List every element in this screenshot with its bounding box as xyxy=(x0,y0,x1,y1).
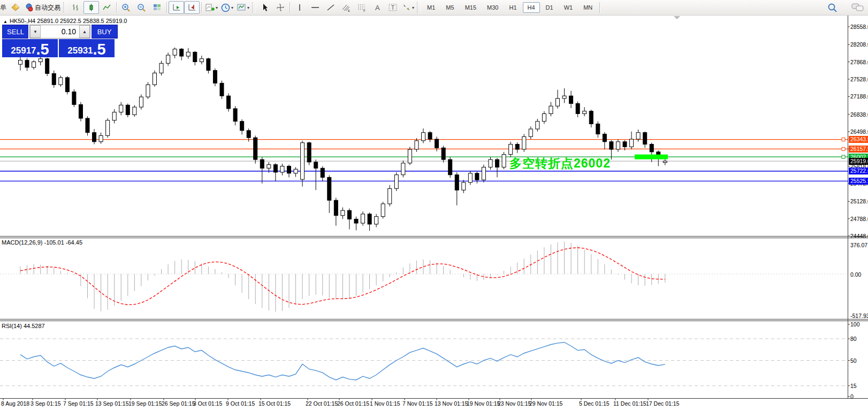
macd-axis-label: 376.07 xyxy=(850,242,867,248)
symbol-ohlc-text: HK50-,H4 25891.0 25922.5 25838.5 25919.0 xyxy=(10,18,127,24)
buy-price-quote[interactable]: 25931 .5 xyxy=(59,39,115,57)
date-label: 15 Oct 01:15 xyxy=(258,400,291,407)
rsi-axis-label: 15 xyxy=(850,383,857,389)
sell-price-quote[interactable]: 25917 .5 xyxy=(2,39,58,57)
date-label: 13 Sep 01:15 xyxy=(95,400,128,407)
date-label: 7 Nov 01:15 xyxy=(402,400,433,407)
price-tag: 25919.0 xyxy=(849,158,868,165)
rsi-header: RSI(14) 44.5287 xyxy=(2,323,45,329)
panel-collapse-icon[interactable] xyxy=(674,16,680,19)
date-label: 11 Dec 01:15 xyxy=(613,400,646,407)
date-label: 26 Oct 01:15 xyxy=(337,400,369,407)
price-tick-label: 27188.0 xyxy=(850,93,868,100)
chart-symbol-header: ▲HK50-,H4 25891.0 25922.5 25838.5 25919.… xyxy=(3,18,127,24)
one-click-trade-panel: SELL ▼ 0.10 ▲ BUY 25917 .5 25931 .5 xyxy=(2,25,118,57)
price-tick-label: 26838.0 xyxy=(850,111,868,118)
date-label: 1 Nov 01:15 xyxy=(370,400,400,407)
price-tick-label: 26498.0 xyxy=(850,128,868,135)
volume-stepper: ▼ 0.10 ▲ xyxy=(29,25,90,39)
volume-increase-button[interactable]: ▲ xyxy=(79,25,90,38)
macd-axis-label: -517.93 xyxy=(850,313,868,319)
price-tick-label: 28208.0 xyxy=(850,41,868,48)
date-label: 19 Sep 01:15 xyxy=(128,400,162,407)
sell-price-big-digit: .5 xyxy=(36,42,49,56)
rsi-axis-label: 80 xyxy=(850,336,857,342)
date-label: 19 Nov 01:15 xyxy=(467,400,500,407)
rsi-axis-label: 0 xyxy=(850,393,854,400)
rsi-axis-label: 50 xyxy=(850,357,857,364)
sell-price-main: 25917 xyxy=(11,45,36,56)
date-label: 3 Sep 01:15 xyxy=(31,400,61,407)
chart-annotation-text: 多空转折点26002 xyxy=(509,155,611,172)
macd-header: MACD(12,26,9) -105.01 -64.45 xyxy=(2,239,82,246)
buy-button[interactable]: BUY xyxy=(92,25,118,39)
price-tag: 26343.9 xyxy=(849,136,868,143)
date-label: 7 Sep 01:15 xyxy=(63,400,94,407)
buy-price-main: 25931 xyxy=(67,45,93,56)
mt4-window: 单 自动交易 xyxy=(0,0,868,411)
volume-value[interactable]: 0.10 xyxy=(41,25,79,38)
sell-button[interactable]: SELL xyxy=(2,25,28,39)
date-label: 13 Nov 01:15 xyxy=(435,400,468,407)
chart-canvas[interactable] xyxy=(0,0,868,411)
macd-axis-label: 0.00 xyxy=(850,271,861,278)
price-tick-label: 24448.0 xyxy=(850,233,868,239)
price-tick-label: 28558.0 xyxy=(850,24,868,30)
buy-price-big-digit: .5 xyxy=(93,42,106,56)
date-label: 9 Oct 01:15 xyxy=(226,400,255,407)
price-tag: 25525.9 xyxy=(849,178,868,185)
date-label: 26 Sep 01:15 xyxy=(162,400,195,407)
price-tick-label: 24788.0 xyxy=(850,216,868,222)
collapse-trade-panel-icon[interactable]: ▲ xyxy=(3,19,7,24)
price-tick-label: 25128.0 xyxy=(850,198,868,204)
date-label: 3 Oct 01:15 xyxy=(193,400,222,407)
date-label: 17 Dec 01:15 xyxy=(646,400,679,407)
price-tag: 26157.5 xyxy=(849,146,868,153)
date-label: 29 Nov 01:15 xyxy=(529,400,562,407)
price-tick-label: 27868.0 xyxy=(850,59,868,65)
price-tag: 25722.6 xyxy=(849,168,868,174)
rsi-axis-label: 100 xyxy=(850,321,860,328)
date-label: 5 Dec 01:15 xyxy=(579,400,610,407)
date-label: 23 Nov 01:15 xyxy=(498,400,531,407)
date-label: 8 Aug 2018 xyxy=(1,400,29,407)
volume-decrease-button[interactable]: ▼ xyxy=(30,25,41,38)
price-tick-label: 27528.0 xyxy=(850,76,868,82)
date-label: 22 Oct 01:15 xyxy=(306,400,338,407)
